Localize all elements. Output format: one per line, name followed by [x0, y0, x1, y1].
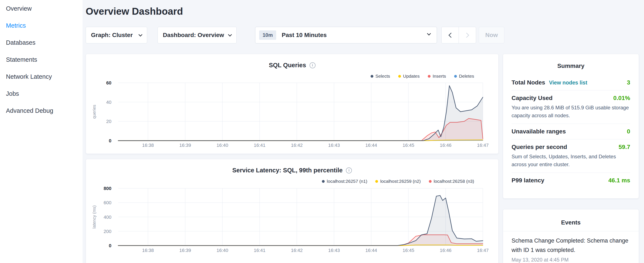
summary-row: P99 latency46.1 ms	[512, 173, 630, 188]
events-panel: Events Schema Change Completed: Schema c…	[503, 209, 639, 263]
chart-legend: SelectsUpdatesInsertsDeletes	[370, 74, 474, 79]
x-tick-label: 16:45	[402, 143, 414, 148]
summary-row: Unavailable ranges0	[512, 124, 630, 139]
series-line	[118, 86, 483, 141]
event-item[interactable]: Schema Change Completed: Schema change w…	[503, 231, 639, 263]
x-tick-label: 16:38	[142, 248, 154, 253]
page-title: Overview Dashboard	[86, 6, 183, 17]
legend-label: Selects	[376, 74, 390, 79]
chart-title-row: SQL Queries i	[86, 62, 498, 69]
summary-label: Capacity Used	[512, 95, 552, 102]
summary-caption: Sum of Selects, Updates, Inserts, and De…	[512, 153, 630, 168]
x-tick-label: 16:39	[179, 143, 191, 148]
sidebar-item-jobs[interactable]: Jobs	[0, 85, 83, 102]
events-list: Schema Change Completed: Schema change w…	[503, 231, 639, 263]
x-tick-label: 16:43	[328, 248, 340, 253]
summary-panel: Summary Total NodesView nodes list3Capac…	[503, 54, 639, 198]
x-tick-label: 16:46	[440, 143, 451, 148]
legend-item[interactable]: Deletes	[454, 74, 474, 79]
sidebar-item-network-latency[interactable]: Network Latency	[0, 68, 83, 85]
graph-dropdown[interactable]: Graph: Cluster	[86, 27, 147, 43]
y-tick-label: 200	[104, 229, 112, 234]
legend-dot-icon	[454, 75, 457, 78]
summary-label: Total Nodes	[512, 79, 545, 86]
x-tick-label: 16:40	[216, 248, 228, 253]
y-tick-label: 0	[109, 243, 112, 248]
legend-label: Inserts	[433, 74, 446, 79]
sidebar-item-databases[interactable]: Databases	[0, 34, 83, 51]
y-tick-label: 600	[104, 200, 112, 205]
series-area	[118, 195, 483, 245]
x-tick-label: 16:38	[142, 143, 154, 148]
summary-label: Unavailable ranges	[512, 128, 566, 135]
chart-title: Service Latency: SQL, 99th percentile	[232, 167, 343, 174]
legend-dot-icon	[398, 75, 401, 78]
x-tick-label: 16:46	[440, 248, 451, 253]
legend-item[interactable]: localhost:26259 (n2)	[375, 179, 420, 184]
chart-title-row: Service Latency: SQL, 99th percentile i	[86, 167, 498, 174]
x-tick-label: 16:41	[254, 248, 265, 253]
legend-label: localhost:26257 (n1)	[327, 179, 367, 184]
legend-item[interactable]: Inserts	[428, 74, 446, 79]
y-tick-label: 400	[104, 214, 112, 220]
summary-value: 0	[627, 128, 630, 135]
x-tick-label: 16:43	[328, 143, 340, 148]
summary-label: P99 latency	[512, 177, 544, 184]
view-nodes-link[interactable]: View nodes list	[549, 80, 587, 86]
legend-label: Deletes	[459, 74, 474, 79]
legend-item[interactable]: localhost:26257 (n1)	[322, 179, 367, 184]
service-latency-chart-card: 020040060080016:3816:3916:4016:4116:4216…	[86, 159, 498, 263]
summary-label: Queries per second	[512, 144, 567, 150]
chevron-right-icon	[464, 33, 469, 38]
sidebar-item-statements[interactable]: Statements	[0, 51, 83, 68]
legend-dot-icon	[375, 180, 378, 183]
info-icon[interactable]: i	[346, 167, 352, 173]
sql-queries-chart-card: 020406016:3816:3916:4016:4116:4216:4316:…	[86, 54, 498, 154]
legend-item[interactable]: Selects	[370, 74, 390, 79]
summary-title: Summary	[512, 63, 630, 69]
legend-item[interactable]: localhost:26258 (n3)	[429, 179, 474, 184]
summary-value: 59.7	[619, 144, 630, 150]
y-tick-label: 60	[106, 80, 112, 86]
chevron-down-icon	[228, 33, 232, 36]
dashboard-dropdown[interactable]: Dashboard: Overview	[158, 27, 237, 43]
time-back-button[interactable]	[442, 27, 459, 43]
summary-caption: You are using 28.6 MiB of 515.9 GiB usab…	[512, 104, 630, 119]
x-tick-label: 16:47	[477, 143, 488, 148]
legend-dot-icon	[429, 180, 432, 183]
sidebar-item-advanced-debug[interactable]: Advanced Debug	[0, 102, 83, 119]
sql-queries-chart[interactable]: 020406016:3816:3916:4016:4116:4216:4316:…	[86, 54, 499, 154]
y-tick-label: 800	[104, 186, 112, 191]
service-latency-chart[interactable]: 020040060080016:3816:3916:4016:4116:4216…	[86, 159, 499, 263]
legend-label: localhost:26258 (n3)	[434, 179, 474, 184]
x-tick-label: 16:45	[402, 248, 414, 253]
y-tick-label: 40	[106, 100, 112, 105]
summary-rows: Total NodesView nodes list3Capacity Used…	[512, 75, 630, 188]
x-tick-label: 16:47	[477, 248, 488, 253]
time-range-dropdown[interactable]: 10m Past 10 Minutes	[255, 27, 437, 43]
x-tick-label: 16:41	[254, 143, 265, 148]
x-tick-label: 16:44	[365, 143, 377, 148]
chevron-down-icon	[138, 33, 142, 36]
events-title: Events	[503, 219, 639, 226]
legend-item[interactable]: Updates	[398, 74, 420, 79]
sidebar-item-metrics[interactable]: Metrics	[0, 17, 83, 34]
time-range-badge: 10m	[259, 31, 276, 40]
y-tick-label: 20	[106, 119, 112, 124]
legend-dot-icon	[322, 180, 325, 183]
y-axis-unit-label: queries	[92, 105, 96, 119]
y-tick-label: 0	[109, 138, 112, 143]
graph-dropdown-label: Graph: Cluster	[91, 32, 133, 39]
summary-row: Total NodesView nodes list3	[512, 75, 630, 90]
sidebar-item-overview[interactable]: Overview	[0, 0, 83, 17]
now-button[interactable]: Now	[479, 27, 504, 43]
x-tick-label: 16:42	[291, 248, 302, 253]
chart-title: SQL Queries	[269, 62, 306, 69]
dashboard-dropdown-label: Dashboard: Overview	[163, 32, 224, 39]
time-forward-button[interactable]	[458, 27, 476, 43]
summary-row: Capacity Used0.01%You are using 28.6 MiB…	[512, 90, 630, 124]
legend-label: Updates	[403, 74, 420, 79]
x-tick-label: 16:44	[365, 248, 377, 253]
event-text: Schema Change Completed: Schema change w…	[512, 236, 630, 255]
info-icon[interactable]: i	[310, 62, 316, 68]
